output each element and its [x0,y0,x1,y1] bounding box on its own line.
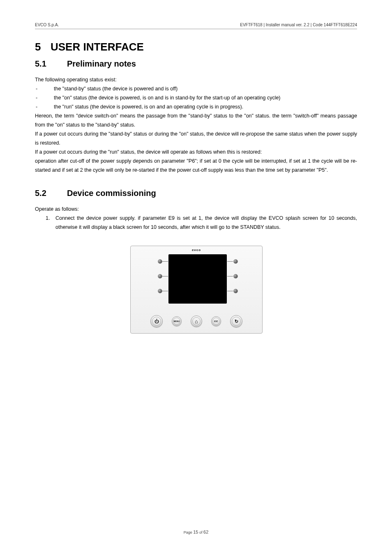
document-page: EVCO S.p.A. EVFTFT618 | Installer manual… [0,0,392,555]
intro-text: The following operating status exist: [35,75,357,84]
section-5-1-title: Preliminary notes [67,59,136,68]
footer-prefix: Page [184,530,194,534]
button-ring [192,317,201,325]
connector-line [162,291,168,291]
button-ring [152,317,161,326]
device-bezel: evco [130,246,263,334]
rotate-button: ↻ [230,315,242,327]
section-5-2-title: Device commissioning [67,189,156,198]
paragraph-2: If a power cut occurs during the "stand-… [35,129,357,147]
indicator-dot [158,274,162,279]
indicator-dot [233,274,238,279]
connector-line [162,261,168,262]
esc-button: ESC [211,316,221,326]
operate-text: Operate as follows: [35,205,357,214]
section-5-1-heading: 5.1Preliminary notes [35,59,357,69]
list-dash: - [35,102,54,111]
list-dash: - [35,93,54,102]
status-text-2: the "on" status (the device is powered, … [54,93,357,102]
page-current: 15 [193,530,198,534]
page-header: EVCO S.p.A. EVFTFT618 | Installer manual… [35,23,357,29]
status-text-1: the "stand-by" status (the device is pow… [54,84,357,93]
list-marker-1: 1. [46,214,50,223]
status-item: - the "stand-by" status (the device is p… [35,84,357,93]
status-list: - the "stand-by" status (the device is p… [35,84,357,111]
paragraph-3: If a power cut occurs during the "run" s… [35,147,357,157]
connector-line [227,261,233,262]
numbered-list-item: 1. Connect the device power supply. if p… [35,214,357,232]
connector-line [227,276,233,276]
status-item: - the "run" status (the device is powere… [35,102,357,111]
section-5-heading: 5USER INTERFACE [35,41,357,53]
status-item: - the "on" status (the device is powered… [35,93,357,102]
button-ring [173,318,180,325]
button-ring [212,318,220,325]
status-text-3: the "run" status (the device is powered,… [54,102,357,111]
device-screen [168,254,227,304]
indicator-dot [158,259,162,264]
item-1-text: Connect the device power supply. if para… [55,215,357,230]
section-5-2-body: Operate as follows: 1. Connect the devic… [35,205,357,232]
page-footer: Page 15 of 62 [0,530,392,534]
indicator-dot [233,289,238,293]
connector-line [227,291,233,291]
device-button-row: ⏻ MENU ⌂ ESC [131,315,262,327]
button-ring [232,317,241,326]
device-logo: evco [192,248,201,252]
indicator-dot [158,289,162,293]
indicator-dot [233,259,238,264]
page-total: 62 [203,530,208,534]
paragraph-4: operation after cut-off of the power sup… [35,157,357,175]
connector-line [162,276,168,276]
footer-mid: of [198,530,204,534]
home-button: ⌂ [191,315,202,327]
section-5-title: USER INTERFACE [51,41,144,53]
header-left: EVCO S.p.A. [35,23,59,27]
section-5-1-body: The following operating status exist: - … [35,75,357,175]
section-5-1-number: 5.1 [35,59,67,69]
power-button: ⏻ [150,315,163,327]
section-5-2: 5.2Device commissioning Operate as follo… [35,189,357,335]
menu-button: MENU [172,316,182,326]
section-5-2-number: 5.2 [35,189,67,198]
device-illustration: evco [128,243,264,335]
paragraph-1: Hereon, the term "device switch-on" mean… [35,111,357,129]
list-dash: - [35,84,54,93]
header-right: EVFTFT618 | Installer manual ver. 2.2 | … [240,23,357,27]
section-5-number: 5 [35,41,51,53]
device-figure-wrap: evco [35,243,357,335]
section-5-2-heading: 5.2Device commissioning [35,189,357,198]
